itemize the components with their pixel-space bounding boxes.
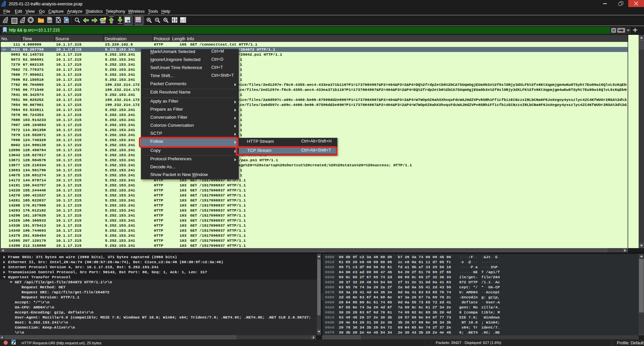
svg-text:2: 2: [181, 20, 182, 22]
svg-text:3: 3: [184, 20, 186, 22]
svg-text:1: 1: [184, 17, 185, 20]
